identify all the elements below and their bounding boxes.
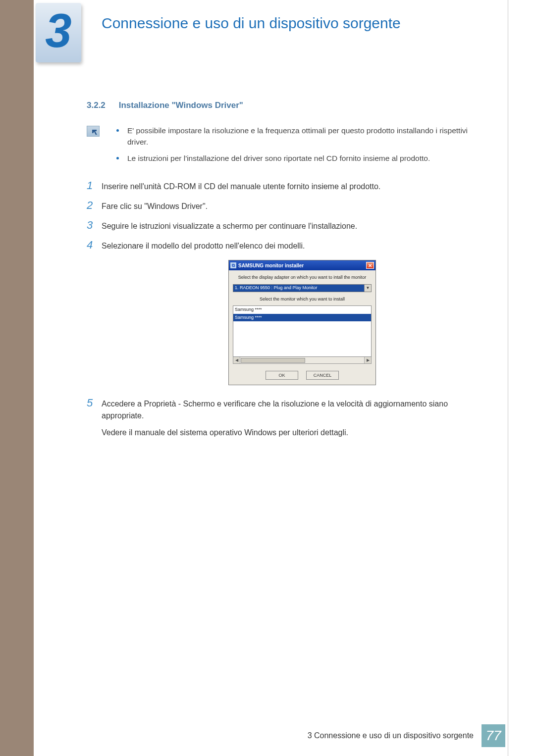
step-item: 2 Fare clic su "Windows Driver". (87, 200, 488, 212)
note-item: E' possibile impostare la risoluzione e … (116, 125, 488, 148)
step-number: 3 (87, 219, 102, 232)
scroll-right-button[interactable]: ▶ (364, 357, 371, 363)
step-text: Inserire nell'unità CD-ROM il CD del man… (102, 180, 488, 193)
step-number: 1 (87, 180, 102, 193)
step-item: 3 Seguire le istruzioni visualizzate a s… (87, 219, 488, 232)
monitor-listbox[interactable]: Samsung **** Samsung **** (233, 305, 372, 357)
dialog-button-row: OK CANCEL (233, 371, 372, 380)
step-text: Fare clic su "Windows Driver". (102, 200, 488, 212)
monitor-label: Select the monitor which you want to ins… (233, 296, 372, 303)
note-item: Le istruzioni per l'installazione del dr… (116, 152, 488, 164)
step-text: Seguire le istruzioni visualizzate a sch… (102, 219, 488, 232)
page-number-box: 77 (482, 724, 505, 747)
step-item: 1 Inserire nell'unità CD-ROM il CD del m… (87, 180, 488, 193)
app-icon: ⧉ (230, 262, 236, 268)
step-text: Accedere a Proprietà - Schermo e verific… (102, 397, 488, 439)
step-item: 5 Accedere a Proprietà - Schermo e verif… (87, 397, 488, 439)
adapter-select-value: 1. RADEON 9550 : Plug and Play Monitor (235, 285, 318, 292)
dropdown-arrow-icon[interactable]: ▼ (364, 285, 371, 292)
page-footer: 3 Connessione e uso di un dispositivo so… (308, 724, 505, 747)
dialog-title: SAMSUNG monitor installer (238, 262, 304, 269)
content-area: 3.2.2 Installazione "Windows Driver" E' … (87, 99, 488, 446)
horizontal-scrollbar[interactable]: ◀ ▶ (233, 357, 372, 364)
page-title: Connessione e uso di un dispositivo sorg… (102, 15, 401, 32)
cancel-button[interactable]: CANCEL (306, 371, 339, 380)
note-list: E' possibile impostare la risoluzione e … (116, 125, 488, 169)
step-number: 4 (87, 239, 102, 390)
footer-chapter-ref: 3 Connessione e uso di un dispositivo so… (308, 731, 474, 740)
step-number: 5 (87, 397, 102, 439)
footer-chapter-title: Connessione e uso di un dispositivo sorg… (314, 731, 474, 740)
step-text: Selezionare il modello del prodotto nell… (102, 239, 488, 390)
left-margin-stripe (0, 0, 34, 756)
list-item[interactable]: Samsung **** (233, 314, 371, 322)
steps-list: 1 Inserire nell'unità CD-ROM il CD del m… (87, 180, 488, 439)
list-item[interactable]: Samsung **** (233, 306, 371, 314)
ok-button[interactable]: OK (266, 371, 298, 380)
installer-dialog-wrap: ⧉ SAMSUNG monitor installer ✕ Select the… (116, 260, 488, 385)
adapter-select[interactable]: 1. RADEON 9550 : Plug and Play Monitor ▼ (233, 284, 372, 292)
note-icon (87, 126, 100, 137)
step-extra-text: Vedere il manuale del sistema operativo … (102, 427, 488, 439)
step-item: 4 Selezionare il modello del prodotto ne… (87, 239, 488, 390)
adapter-label: Select the display adapter on which you … (233, 274, 372, 281)
close-button[interactable]: ✕ (366, 262, 374, 269)
subsection-number: 3.2.2 (87, 99, 116, 112)
subsection-heading: 3.2.2 Installazione "Windows Driver" (87, 99, 488, 112)
dialog-titlebar: ⧉ SAMSUNG monitor installer ✕ (229, 260, 375, 270)
right-margin-line (508, 0, 508, 756)
step-text-inner: Accedere a Proprietà - Schermo e verific… (102, 400, 448, 420)
note-block: E' possibile impostare la risoluzione e … (87, 125, 488, 169)
installer-dialog: ⧉ SAMSUNG monitor installer ✕ Select the… (228, 260, 376, 385)
step-text-inner: Selezionare il modello del prodotto nell… (102, 242, 305, 250)
subsection-title: Installazione "Windows Driver" (119, 101, 243, 110)
step-number: 2 (87, 200, 102, 212)
scroll-left-button[interactable]: ◀ (233, 357, 240, 363)
scroll-thumb[interactable] (241, 358, 305, 363)
footer-chapter-num: 3 (308, 731, 312, 740)
dialog-body: Select the display adapter on which you … (229, 270, 375, 385)
chapter-badge: 3 (36, 3, 81, 62)
chapter-number: 3 (45, 7, 71, 54)
